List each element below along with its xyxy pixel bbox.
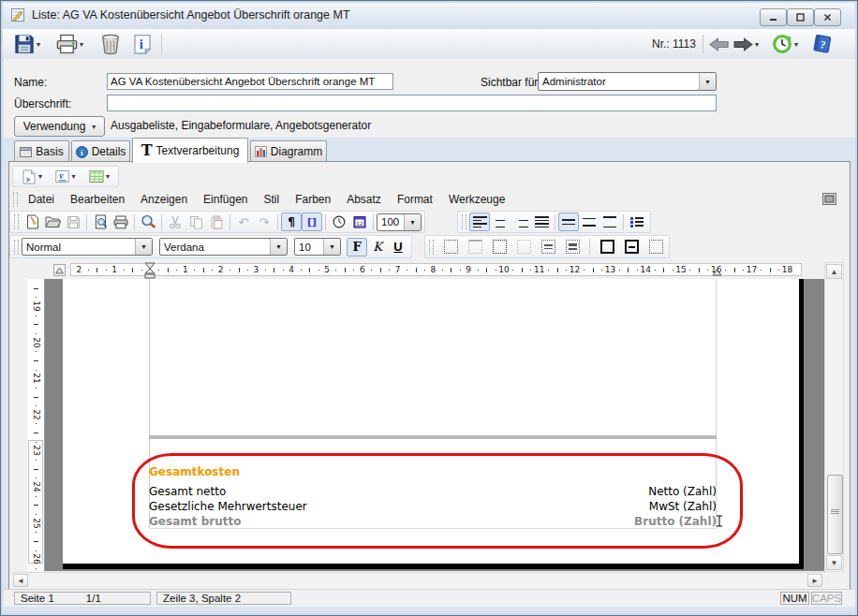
chevron-down-icon[interactable]: ▼ xyxy=(135,239,152,255)
title-bar[interactable]: Liste: AG VA Kostenübersicht Angebot Übe… xyxy=(2,1,856,30)
bold-button[interactable]: F xyxy=(347,238,367,257)
border-shade-button[interactable] xyxy=(513,238,534,257)
save-button[interactable]: ▾ xyxy=(14,29,40,59)
save-dropdown-caret[interactable]: ▾ xyxy=(37,40,40,49)
menu-item-absatz[interactable]: Absatz xyxy=(347,191,381,208)
print-dropdown-caret[interactable]: ▾ xyxy=(80,40,83,49)
menu-item-anzeigen[interactable]: Anzeigen xyxy=(141,191,187,208)
frame-none-button[interactable] xyxy=(645,238,666,257)
verwendung-button[interactable]: Verwendung▾ xyxy=(14,116,105,137)
border-none-button[interactable] xyxy=(440,238,461,257)
insert-time-button[interactable] xyxy=(329,213,349,231)
line-spacing-1-button[interactable] xyxy=(558,213,579,231)
export-caret[interactable]: ▾ xyxy=(38,172,42,181)
print-button[interactable]: ▾ xyxy=(56,29,83,59)
print-preview-button[interactable] xyxy=(90,213,111,231)
justify-button[interactable] xyxy=(531,213,552,231)
scroll-right-button[interactable]: ► xyxy=(807,574,822,587)
scroll-down-button[interactable]: ▼ xyxy=(826,555,842,570)
export-page-button[interactable]: ▾ xyxy=(16,168,48,186)
vertical-ruler[interactable]: 1920212223242526 xyxy=(27,279,45,571)
menu-item-format[interactable]: Format xyxy=(397,191,433,208)
next-record-button[interactable]: ▾ xyxy=(733,29,759,59)
chevron-down-icon[interactable]: ▼ xyxy=(404,214,421,230)
document-page[interactable]: Gesamtkosten Gesamt netto Netto (Zahl) G… xyxy=(63,279,799,564)
align-left-button[interactable] xyxy=(469,213,490,231)
menu-item-farben[interactable]: Farben xyxy=(295,191,331,208)
line-spacing-15-button[interactable] xyxy=(579,213,599,231)
toolbar-grip[interactable] xyxy=(462,214,466,229)
frame-box-button[interactable] xyxy=(597,238,617,257)
tab-basis[interactable]: Basis xyxy=(14,140,69,162)
menu-item-werkzeuge[interactable]: Werkzeuge xyxy=(449,191,505,208)
previous-record-button[interactable] xyxy=(709,29,729,59)
maximize-button[interactable] xyxy=(787,8,814,26)
indent-marker[interactable] xyxy=(144,262,155,279)
save-document-button[interactable] xyxy=(63,213,83,231)
document-viewport[interactable]: Gesamtkosten Gesamt netto Netto (Zahl) G… xyxy=(45,279,824,571)
zoom-select[interactable]: 100▼ xyxy=(377,213,422,231)
menu-item-stil[interactable]: Stil xyxy=(263,191,279,208)
delete-button[interactable] xyxy=(100,29,121,59)
toolbar-grip[interactable] xyxy=(14,214,19,229)
paste-button[interactable] xyxy=(206,213,227,231)
line-spacing-2-button[interactable] xyxy=(599,213,620,231)
history-dropdown-caret[interactable]: ▾ xyxy=(794,40,798,49)
bullet-list-button[interactable] xyxy=(627,213,647,231)
tab-details[interactable]: i Details xyxy=(71,140,130,162)
scroll-left-button[interactable]: ◄ xyxy=(13,574,28,587)
name-input[interactable]: AG VA Kostenübersicht Angebot Überschrif… xyxy=(107,73,393,90)
field-caret[interactable]: ▾ xyxy=(71,172,75,181)
border-top-button[interactable] xyxy=(465,238,485,257)
chevron-down-icon[interactable]: ▼ xyxy=(699,73,716,90)
border-box-button[interactable] xyxy=(489,238,510,257)
table-button[interactable]: ▾ xyxy=(83,168,115,186)
vertical-scrollbar-thumb[interactable] xyxy=(827,475,843,554)
copy-button[interactable] xyxy=(185,213,206,231)
help-button[interactable]: ? xyxy=(811,29,833,59)
menu-item-bearbeiten[interactable]: Bearbeiten xyxy=(70,191,125,208)
history-button[interactable]: ▾ xyxy=(772,29,798,59)
open-button[interactable] xyxy=(42,213,63,231)
chevron-down-icon[interactable]: ▼ xyxy=(323,239,340,255)
new-document-button[interactable] xyxy=(22,213,42,231)
undo-button[interactable]: ↶ xyxy=(233,213,254,231)
align-center-button[interactable] xyxy=(490,213,510,231)
vertical-scrollbar[interactable]: ▲ ▼ xyxy=(824,262,844,572)
chevron-down-icon[interactable]: ▼ xyxy=(270,239,287,255)
insert-date-button[interactable]: 12 xyxy=(349,213,370,231)
menu-grip[interactable] xyxy=(13,192,18,207)
search-button[interactable] xyxy=(138,213,158,231)
horizontal-scrollbar[interactable]: ◄ ► xyxy=(11,572,825,588)
scroll-up-button[interactable]: ▲ xyxy=(826,264,842,279)
info-button[interactable]: i xyxy=(133,29,152,59)
table-caret[interactable]: ▾ xyxy=(106,172,110,181)
tab-textverarbeitung[interactable]: T Textverarbeitung xyxy=(132,138,248,163)
field-button[interactable]: v ▾ xyxy=(50,168,81,186)
show-formatting-button[interactable]: ¶ xyxy=(281,213,302,231)
redo-button[interactable]: ↷ xyxy=(254,213,274,231)
sichtbar-select[interactable]: Administrator ▼ xyxy=(538,72,717,91)
border-rows-2-button[interactable] xyxy=(562,238,583,257)
minimize-button[interactable] xyxy=(760,8,787,26)
border-rows-button[interactable] xyxy=(538,238,558,257)
font-select[interactable]: Verdana▼ xyxy=(159,238,288,256)
close-button[interactable] xyxy=(814,8,841,26)
underline-button[interactable]: U xyxy=(388,238,408,257)
frame-split-button[interactable] xyxy=(621,238,642,257)
toolbar-grip[interactable] xyxy=(429,240,434,255)
tab-diagramm[interactable]: Diagramm xyxy=(250,140,327,162)
menu-item-datei[interactable]: Datei xyxy=(28,191,54,208)
print-document-button[interactable] xyxy=(111,213,131,231)
tab-stop-selector[interactable] xyxy=(53,264,66,276)
italic-button[interactable]: K xyxy=(367,238,388,257)
ueberschrift-input[interactable] xyxy=(107,95,717,111)
toolbar-grip[interactable] xyxy=(14,240,19,255)
menu-item-einfügen[interactable]: Einfügen xyxy=(203,191,247,208)
horizontal-ruler-band[interactable]: 21123456789101112131415161718 xyxy=(70,263,802,276)
document-window-button[interactable] xyxy=(822,193,836,205)
horizontal-ruler[interactable]: 21123456789101112131415161718 xyxy=(11,261,839,279)
cut-button[interactable] xyxy=(165,213,185,231)
show-fields-button[interactable]: [] xyxy=(302,213,322,231)
record-nav-caret[interactable]: ▾ xyxy=(755,40,759,49)
